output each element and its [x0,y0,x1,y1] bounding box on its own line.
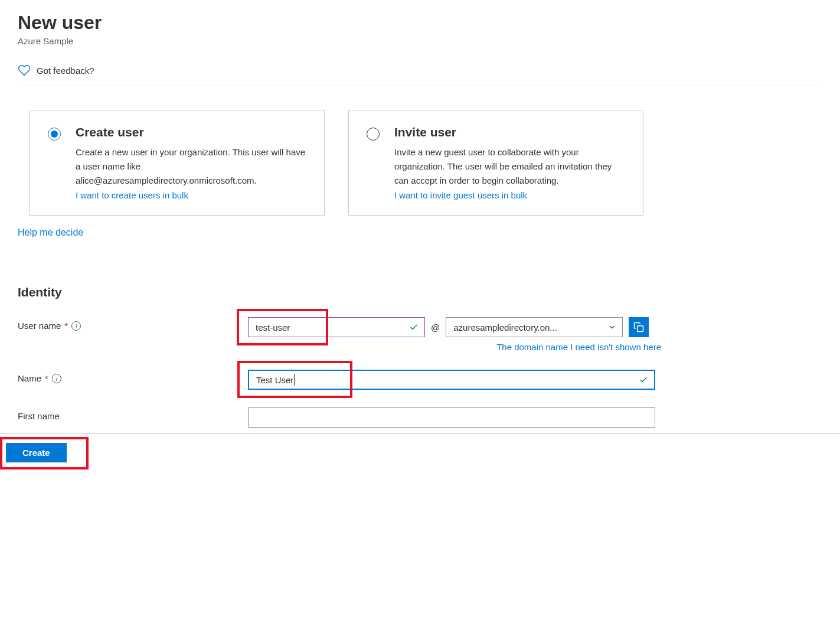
invite-user-desc: Invite a new guest user to collaborate w… [394,145,625,188]
required-star: * [45,373,48,383]
checkmark-icon [409,322,419,332]
create-user-radio[interactable] [48,128,61,141]
feedback-link[interactable]: Got feedback? [18,58,822,86]
domain-help-link[interactable]: The domain name I need isn't shown here [248,342,661,352]
at-sign: @ [431,322,440,332]
identity-section-title: Identity [18,285,822,299]
chevron-down-icon [608,323,616,331]
username-label: User name [18,321,61,331]
page-subtitle: Azure Sample [18,36,822,46]
create-user-card[interactable]: Create user Create a new user in your or… [30,110,325,216]
invite-bulk-link[interactable]: I want to invite guest users in bulk [394,190,625,200]
heart-icon [18,64,31,77]
domain-value: azuresampledirectory.on... [453,322,557,332]
page-title: New user [18,12,822,34]
create-bulk-link[interactable]: I want to create users in bulk [76,190,306,200]
feedback-label: Got feedback? [37,66,94,76]
copy-icon [633,322,644,332]
name-input[interactable]: Test User [248,370,655,390]
copy-button[interactable] [629,317,649,337]
username-input[interactable]: test-user [248,317,425,337]
name-label: Name [18,373,41,383]
create-user-title: Create user [76,125,306,139]
help-me-decide-link[interactable]: Help me decide [18,227,83,238]
invite-user-card[interactable]: Invite user Invite a new guest user to c… [348,110,643,216]
domain-select[interactable]: azuresampledirectory.on... [446,317,623,337]
username-value: test-user [256,322,290,332]
name-value: Test User [256,375,293,385]
invite-user-radio[interactable] [367,128,380,141]
create-user-desc: Create a new user in your organization. … [76,145,306,188]
info-icon[interactable]: i [71,321,81,331]
invite-user-title: Invite user [394,125,625,139]
svg-rect-0 [638,326,643,332]
required-star: * [64,321,68,331]
firstname-input[interactable] [248,407,655,428]
create-button[interactable]: Create [6,443,67,462]
firstname-label: First name [18,411,60,421]
info-icon[interactable]: i [52,374,61,383]
checkmark-icon [639,375,648,384]
